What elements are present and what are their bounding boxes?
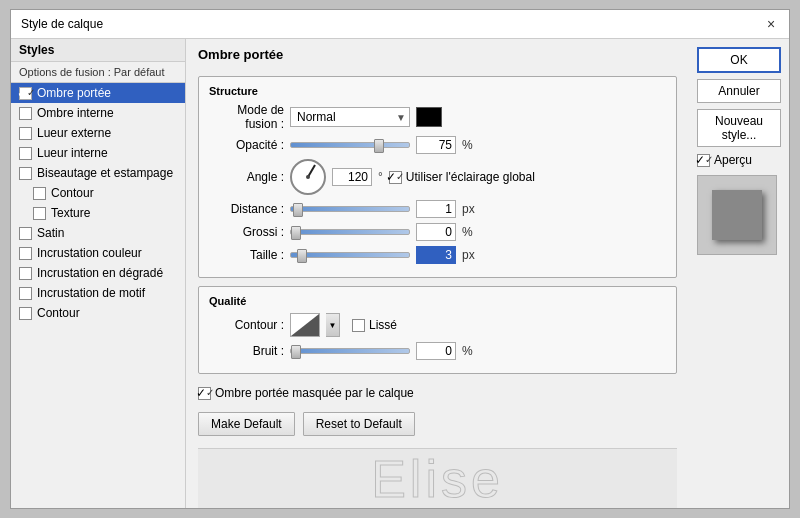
apercu-text: Aperçu: [714, 153, 752, 167]
contour-preview[interactable]: [290, 313, 320, 337]
layer-checkbox[interactable]: [19, 247, 32, 260]
qualite-title: Qualité: [209, 295, 666, 307]
contour-label: Contour :: [209, 318, 284, 332]
cancel-button[interactable]: Annuler: [697, 79, 781, 103]
bruit-unit: %: [462, 344, 473, 358]
layer-item-label: Lueur interne: [37, 146, 108, 160]
layer-item-label: Contour: [51, 186, 94, 200]
layer-checkbox[interactable]: [19, 127, 32, 140]
contour-row: Contour : ▼ Lissé: [209, 313, 666, 337]
layer-item[interactable]: Texture: [11, 203, 185, 223]
ok-button[interactable]: OK: [697, 47, 781, 73]
mode-fusion-label: Mode de fusion :: [209, 103, 284, 131]
layer-checkbox[interactable]: [19, 147, 32, 160]
layer-item[interactable]: Satin: [11, 223, 185, 243]
layer-item[interactable]: Incrustation de motif: [11, 283, 185, 303]
layer-item-label: Satin: [37, 226, 64, 240]
layer-item[interactable]: Ombre interne: [11, 103, 185, 123]
distance-slider[interactable]: [290, 206, 410, 212]
dialog-title: Style de calque: [21, 17, 103, 31]
nouveau-style-button[interactable]: Nouveau style...: [697, 109, 781, 147]
bruit-row: Bruit : %: [209, 342, 666, 360]
layer-item[interactable]: Contour: [11, 183, 185, 203]
grossi-input[interactable]: [416, 223, 456, 241]
color-swatch[interactable]: [416, 107, 442, 127]
grossi-label: Grossi :: [209, 225, 284, 239]
layer-item-label: Texture: [51, 206, 90, 220]
taille-slider[interactable]: [290, 252, 410, 258]
ombre-masquee-checkbox[interactable]: ✓: [198, 387, 211, 400]
distance-unit: px: [462, 202, 475, 216]
mode-fusion-select[interactable]: Normal: [290, 107, 410, 127]
utiliser-eclairage-label: Utiliser l'éclairage global: [406, 170, 535, 184]
taille-input[interactable]: [416, 246, 456, 264]
layer-checkbox[interactable]: [19, 267, 32, 280]
reset-to-default-button[interactable]: Reset to Default: [303, 412, 415, 436]
angle-input[interactable]: [332, 168, 372, 186]
dialog-body: Styles Options de fusion : Par défaut ✓O…: [11, 39, 789, 508]
layer-item[interactable]: Biseautage et estampage: [11, 163, 185, 183]
taille-unit: px: [462, 248, 475, 262]
layer-checkbox[interactable]: ✓: [19, 87, 32, 100]
layer-checkbox[interactable]: [19, 227, 32, 240]
layer-item-label: Contour: [37, 306, 80, 320]
layer-checkbox[interactable]: [19, 167, 32, 180]
qualite-section: Qualité Contour : ▼ Lissé Bruit :: [198, 286, 677, 374]
layer-item[interactable]: Incrustation en dégradé: [11, 263, 185, 283]
opacite-input[interactable]: [416, 136, 456, 154]
grossi-slider[interactable]: [290, 229, 410, 235]
layer-item[interactable]: ✓Ombre portée: [11, 83, 185, 103]
checkmark-icon: ✓: [386, 170, 396, 184]
mode-fusion-select-wrapper[interactable]: Normal ▼: [290, 107, 410, 127]
make-default-button[interactable]: Make Default: [198, 412, 295, 436]
bottom-actions-row: ✓ Ombre portée masquée par le calque: [198, 386, 677, 400]
angle-row: Angle : ° ✓ Utiliser l'éclairage global: [209, 159, 666, 195]
layer-checkbox[interactable]: [19, 107, 32, 120]
angle-dial[interactable]: [290, 159, 326, 195]
layer-checkbox[interactable]: [33, 187, 46, 200]
grossi-unit: %: [462, 225, 473, 239]
opacite-slider[interactable]: [290, 142, 410, 148]
bruit-input[interactable]: [416, 342, 456, 360]
contour-dropdown-btn[interactable]: ▼: [326, 313, 340, 337]
ombre-masquee-label[interactable]: ✓ Ombre portée masquée par le calque: [198, 386, 414, 400]
layer-item[interactable]: Lueur interne: [11, 143, 185, 163]
apercu-checkbox[interactable]: ✓: [697, 154, 710, 167]
apercu-box: [697, 175, 777, 255]
distance-thumb: [293, 203, 303, 217]
apercu-label: ✓ Aperçu: [697, 153, 781, 167]
preview-area: Elise: [198, 448, 677, 508]
taille-thumb: [297, 249, 307, 263]
layer-item[interactable]: Incrustation couleur: [11, 243, 185, 263]
lisse-checkbox-label[interactable]: Lissé: [352, 318, 397, 332]
layer-checkbox[interactable]: [19, 307, 32, 320]
middle-panel: Ombre portée Structure Mode de fusion : …: [186, 39, 689, 508]
layer-item-label: Ombre portée: [37, 86, 111, 100]
right-panel: OK Annuler Nouveau style... ✓ Aperçu: [689, 39, 789, 508]
left-panel: Styles Options de fusion : Par défaut ✓O…: [11, 39, 186, 508]
layer-item[interactable]: Contour: [11, 303, 185, 323]
layer-checkbox[interactable]: [33, 207, 46, 220]
angle-center-dot: [306, 175, 310, 179]
utiliser-eclairage-checkbox[interactable]: ✓: [389, 171, 402, 184]
lisse-checkbox[interactable]: [352, 319, 365, 332]
layer-item-label: Incrustation en dégradé: [37, 266, 163, 280]
opacite-row: Opacité : %: [209, 136, 666, 154]
layer-item-label: Incrustation de motif: [37, 286, 145, 300]
layer-checkbox[interactable]: [19, 287, 32, 300]
bruit-slider[interactable]: [290, 348, 410, 354]
contour-triangle: [291, 314, 319, 336]
utiliser-eclairage-checkbox-label[interactable]: ✓ Utiliser l'éclairage global: [389, 170, 535, 184]
options-default: Options de fusion : Par défaut: [11, 62, 185, 83]
bruit-thumb: [291, 345, 301, 359]
layer-list: ✓Ombre portéeOmbre interneLueur externeL…: [11, 83, 185, 508]
apercu-inner: [712, 190, 762, 240]
opacite-label: Opacité :: [209, 138, 284, 152]
close-icon[interactable]: ×: [763, 16, 779, 32]
action-buttons-row: Make Default Reset to Default: [198, 412, 677, 436]
distance-row: Distance : px: [209, 200, 666, 218]
distance-input[interactable]: [416, 200, 456, 218]
title-bar: Style de calque ×: [11, 10, 789, 39]
taille-row: Taille : px: [209, 246, 666, 264]
layer-item[interactable]: Lueur externe: [11, 123, 185, 143]
